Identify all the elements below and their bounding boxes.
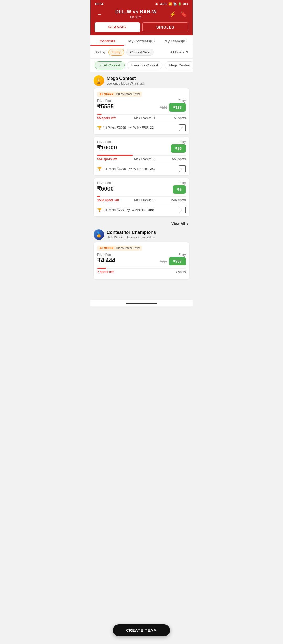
tab-singles-label: SINGLES <box>156 25 174 29</box>
champion-prize-pool-label: Prize Pool <box>97 253 115 257</box>
check-icon: ✓ <box>99 63 102 67</box>
mega-section-subtitle: Low entry Mega Winnings! <box>107 82 144 85</box>
prize-pool-label-1: Prize Pool <box>97 99 114 103</box>
spots-left-3: 1554 spots left <box>97 198 119 202</box>
back-button[interactable]: ← <box>95 9 104 19</box>
all-filters-label: All Filters <box>170 50 184 54</box>
filter-favourite-label: Favourite Contest <box>131 63 158 67</box>
sort-entry-label: Entry <box>112 50 120 54</box>
status-time: 10:54 <box>95 2 103 6</box>
view-all-button[interactable]: View All <box>94 219 189 229</box>
match-title: DEL-W vs BAN-W <box>104 9 168 15</box>
champion-progress-wrap <box>97 268 186 269</box>
sort-chip-contest-size[interactable]: Contest Size <box>126 49 154 56</box>
alarm-icon: ⏰ <box>155 2 159 6</box>
winners-item-2: 🏟 WINNERS: 240 <box>129 167 155 171</box>
champion-entry-button[interactable]: ₹767 <box>169 257 186 265</box>
nav-tab-my-teams[interactable]: My Teams(0) <box>159 35 193 46</box>
card-2-entry-info: Entry ₹26 <box>171 140 186 153</box>
nav-tab-my-contests[interactable]: My Contests(0) <box>124 35 159 46</box>
nav-tab-contests[interactable]: Contests <box>90 35 124 46</box>
champion-section-subtitle: High Winning, Intense Competition <box>107 236 156 239</box>
tab-singles[interactable]: SINGLES <box>142 22 188 32</box>
entry-area-3: ₹5 <box>173 185 186 194</box>
champion-total-spots: 7 spots <box>176 270 186 274</box>
max-teams-1: Max Teams: 11 <box>134 116 155 120</box>
mega-section-info: Mega Contest Low entry Mega Winnings! <box>107 76 144 85</box>
trophy-icon-3: 🏆 <box>97 208 102 212</box>
winners-label-2: WINNERS: <box>133 167 149 171</box>
mega-section-title: Mega Contest <box>107 76 144 81</box>
match-type-tabs: CLASSIC SINGLES <box>90 22 193 35</box>
filter-icon: ⚙ <box>185 50 188 54</box>
sort-contest-size-label: Contest Size <box>130 50 150 54</box>
signal-icon: 📡 <box>173 2 177 6</box>
winners-icon-1: 🏟 <box>129 126 132 130</box>
header-center: DEL-W vs BAN-W 8h 37m <box>104 9 168 19</box>
prize-pool-label-2: Prize Pool <box>97 140 117 144</box>
mega-section-header: 🏆 Mega Contest Low entry Mega Winnings! <box>94 75 189 86</box>
filter-mega[interactable]: Mega Contest <box>165 61 193 69</box>
entry-button-2[interactable]: ₹26 <box>171 144 186 153</box>
progress-wrap-1 <box>97 114 186 115</box>
all-filters-button[interactable]: All Filters ⚙ <box>170 50 188 54</box>
first-prize-label-1: 1st Prize: <box>103 126 116 130</box>
entry-button-3[interactable]: ₹5 <box>173 185 186 194</box>
champion-spots-row: 7 spots left 7 spots <box>97 270 186 274</box>
champion-icon: 🏅 <box>94 229 104 240</box>
home-indicator <box>126 303 157 304</box>
bookmark-button[interactable]: 🔖 <box>179 9 188 19</box>
tag-icon: 🏷 <box>99 92 102 96</box>
filter-favourite[interactable]: Favourite Contest <box>127 61 163 69</box>
champion-card-1: 🏷 OFFER Discounted Entry Prize Pool ₹4,4… <box>94 242 189 279</box>
card-1-entry-info: Entry ₹131 ₹123 <box>160 99 186 112</box>
filter-all-label: All Contest <box>104 63 120 67</box>
total-spots-2: 555 spots <box>172 157 186 161</box>
card-3-prize-info: Prize Pool ₹6000 <box>97 181 114 192</box>
volte-icon: VoLTE <box>160 3 167 5</box>
f-badge-2: F <box>179 165 186 172</box>
winners-item-1: 🏟 WINNERS: 22 <box>129 126 154 130</box>
winners-icon-3: 🏟 <box>127 208 130 212</box>
winners-count-2: 240 <box>150 167 155 171</box>
sort-bar: Sort by: Entry Contest Size All Filters … <box>90 46 193 59</box>
first-prize-label-3: 1st Prize: <box>103 208 116 212</box>
total-spots-1: 55 spots <box>174 116 186 120</box>
filter-all-contest[interactable]: ✓ All Contest <box>95 61 125 69</box>
first-prize-item-1: 🏆 1st Prize: ₹2000 <box>97 126 126 130</box>
champion-entry-original: ₹787 <box>160 259 167 263</box>
winners-label-3: WINNERS: <box>132 208 147 212</box>
first-prize-value-1: ₹2000 <box>117 126 126 130</box>
first-prize-item-2: 🏆 1st Prize: ₹1000 <box>97 167 126 171</box>
card-2-prize-row: Prize Pool ₹10000 Entry ₹26 <box>97 140 186 153</box>
tab-classic[interactable]: CLASSIC <box>95 22 140 32</box>
f-badge-3: F <box>179 207 186 213</box>
card-footer-3: 🏆 1st Prize: ₹700 🏟 WINNERS: 800 F <box>97 204 186 213</box>
champion-progress-bar <box>97 268 106 269</box>
filter-chips-row: ✓ All Contest Favourite Contest Mega Con… <box>90 59 193 72</box>
vs-icon-button[interactable]: ⚡ <box>168 9 177 19</box>
offer-label-champion: OFFER <box>104 247 113 250</box>
offer-badge-champion: 🏷 OFFER Discounted Entry <box>97 246 142 251</box>
spots-row-2: 554 spots left Max Teams: 15 555 spots <box>97 157 186 161</box>
entry-area-1: ₹131 ₹123 <box>160 103 186 112</box>
progress-bar-1 <box>97 114 102 115</box>
prize-amount-3: ₹6000 <box>97 185 114 192</box>
nav-tabs: Contests My Contests(0) My Teams(0) <box>90 35 193 46</box>
tab-classic-label: CLASSIC <box>108 25 126 29</box>
vs-icon: ⚡ <box>170 11 176 17</box>
progress-bar-3 <box>97 196 100 197</box>
nav-contests-label: Contests <box>100 39 115 43</box>
spots-left-2: 554 spots left <box>97 157 117 161</box>
first-prize-item-3: 🏆 1st Prize: ₹700 <box>97 208 124 212</box>
prize-amount-1: ₹5555 <box>97 103 114 110</box>
sort-chip-entry[interactable]: Entry <box>108 49 124 56</box>
entry-button-1[interactable]: ₹123 <box>169 103 186 112</box>
champion-section-info: Contest for Champions High Winning, Inte… <box>107 230 156 239</box>
entry-original-1: ₹131 <box>160 106 167 109</box>
card-2-prize-info: Prize Pool ₹10000 <box>97 140 117 151</box>
view-all-label: View All <box>171 221 185 226</box>
champion-card-prize-row: Prize Pool ₹4,444 Entry ₹787 ₹767 <box>97 253 186 265</box>
champion-spots-left: 7 spots left <box>97 270 114 274</box>
spots-left-1: 55 spots left <box>97 116 116 120</box>
